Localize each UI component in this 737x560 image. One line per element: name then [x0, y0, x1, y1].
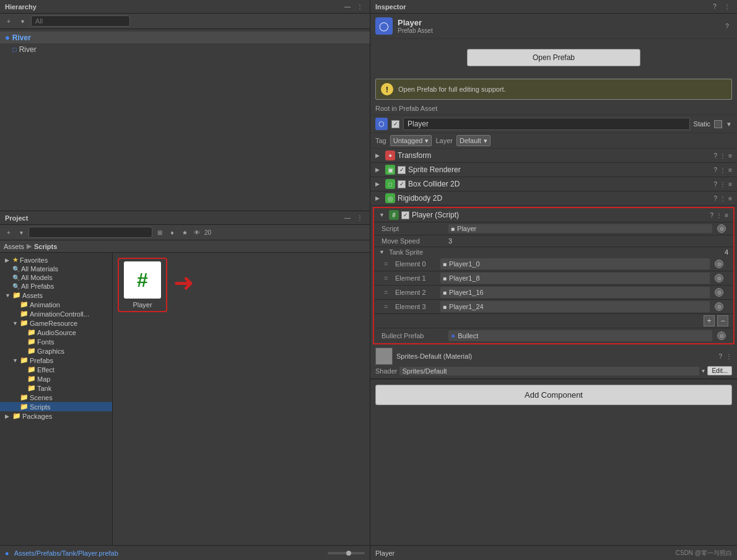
- hierarchy-search-input[interactable]: [31, 15, 130, 27]
- project-dropdown-btn[interactable]: ▾: [16, 227, 26, 237]
- component-transform[interactable]: ▶ ✦ Transform ? ⋮ ≡: [370, 149, 737, 163]
- tree-item-assets[interactable]: ▼ 📁 Assets: [0, 291, 112, 300]
- sprite-settings-btn[interactable]: ⋮: [720, 167, 726, 173]
- static-checkbox[interactable]: [714, 120, 722, 128]
- player-script-help-btn[interactable]: ?: [710, 212, 714, 219]
- project-minimize-btn[interactable]: —: [342, 213, 352, 223]
- script-asset-player[interactable]: # Player: [118, 258, 167, 312]
- shader-dropdown-arrow[interactable]: ▾: [702, 367, 705, 374]
- breadcrumb-assets[interactable]: Assets: [4, 243, 24, 250]
- shader-label: Shader: [375, 367, 397, 375]
- project-view-btn[interactable]: ⊞: [155, 227, 165, 237]
- rigidbody-menu-btn[interactable]: ≡: [728, 195, 732, 202]
- player-script-settings-btn[interactable]: ⋮: [716, 212, 722, 219]
- tree-item-animation[interactable]: 📁 Animation: [0, 300, 112, 309]
- project-search-input[interactable]: [28, 227, 152, 238]
- element-1-btn[interactable]: ⊙: [715, 274, 723, 282]
- element-2-value: ■ Player1_16: [440, 287, 710, 298]
- tag-dropdown[interactable]: Untagged ▾: [390, 135, 432, 146]
- player-active-checkbox[interactable]: ✓: [391, 120, 399, 128]
- tree-item-favorites[interactable]: ▶ ★ Favorites: [0, 255, 112, 265]
- script-field-label: Script: [382, 225, 443, 232]
- hierarchy-add-btn[interactable]: +: [4, 16, 14, 26]
- open-prefab-button[interactable]: Open Prefab: [467, 49, 640, 66]
- component-box-collider[interactable]: ▶ □ ✓ Box Collider 2D ? ⋮ ≡: [370, 177, 737, 191]
- rigidbody-help-btn[interactable]: ?: [714, 195, 718, 202]
- sprite-active-checkbox[interactable]: ✓: [398, 166, 406, 174]
- material-menu-btn[interactable]: ⋮: [726, 353, 732, 360]
- inspector-menu-btn[interactable]: ⋮: [722, 2, 732, 12]
- element-2-row: = Element 2 ■ Player1_16 ⊙: [374, 286, 733, 300]
- player-name-input[interactable]: [403, 118, 690, 130]
- hierarchy-menu-btn[interactable]: ⋮: [355, 2, 365, 12]
- tree-item-gameresource[interactable]: ▼ 📁 GameResource: [0, 318, 112, 328]
- element-3-btn[interactable]: ⊙: [715, 302, 723, 311]
- tree-item-graphics[interactable]: 📁 Graphics: [0, 346, 112, 356]
- box-collider-label: Box Collider 2D: [408, 180, 712, 188]
- element-0-btn[interactable]: ⊙: [715, 260, 723, 268]
- component-rigidbody[interactable]: ▶ ◎ Rigidbody 2D ? ⋮ ≡: [370, 191, 737, 206]
- transform-menu-btn[interactable]: ≡: [728, 152, 732, 159]
- tree-item-effect[interactable]: 📁 Effect: [0, 365, 112, 374]
- sprite-help-btn[interactable]: ?: [714, 167, 718, 173]
- tree-item-map[interactable]: 📁 Map: [0, 374, 112, 383]
- tree-item-animcontrol[interactable]: 📁 AnimationControll...: [0, 309, 112, 318]
- project-title: Project: [5, 214, 28, 222]
- collider-settings-btn[interactable]: ⋮: [720, 181, 726, 188]
- player-script-header[interactable]: ▼ # ✓ Player (Script) ? ⋮ ≡: [374, 208, 733, 222]
- collider-help-btn[interactable]: ?: [714, 181, 718, 188]
- player-bottom-label: Player: [375, 549, 395, 557]
- player-script-icon: #: [389, 210, 399, 220]
- breadcrumb-scripts[interactable]: Scripts: [34, 243, 57, 250]
- hierarchy-item[interactable]: □ River: [0, 45, 370, 55]
- layer-dropdown-arrow: ▾: [484, 137, 487, 145]
- tree-item-fonts[interactable]: 📁 Fonts: [0, 337, 112, 346]
- tag-value: Untagged: [393, 137, 423, 144]
- watermark: CSDN @零一与照白: [676, 549, 732, 558]
- tree-item-all-prefabs[interactable]: 🔍 All Prefabs: [0, 282, 112, 291]
- project-eye-btn[interactable]: 👁: [192, 227, 202, 237]
- inspector-object-help-btn[interactable]: ?: [722, 21, 732, 31]
- element-0-label: Element 0: [395, 260, 435, 268]
- project-add-btn[interactable]: +: [4, 227, 14, 237]
- collider-menu-btn[interactable]: ≡: [728, 181, 732, 188]
- element-2-btn[interactable]: ⊙: [715, 288, 723, 297]
- add-component-button[interactable]: Add Component: [375, 385, 732, 405]
- hierarchy-dropdown-btn[interactable]: ▾: [17, 16, 27, 26]
- player-script-checkbox[interactable]: ✓: [401, 211, 409, 219]
- hierarchy-scene[interactable]: ● River: [0, 32, 370, 43]
- player-script-menu-btn[interactable]: ≡: [725, 212, 728, 219]
- material-help-btn[interactable]: ?: [718, 353, 722, 360]
- tree-item-all-models[interactable]: 🔍 All Models: [0, 273, 112, 282]
- tree-item-scenes[interactable]: 📁 Scenes: [0, 393, 112, 402]
- project-star-btn[interactable]: ★: [180, 227, 190, 237]
- tree-item-tank[interactable]: 📁 Tank: [0, 383, 112, 393]
- tree-item-scripts[interactable]: 📁 Scripts: [0, 402, 112, 411]
- inspector-help-btn[interactable]: ?: [710, 2, 720, 12]
- bullect-btn[interactable]: ⊙: [717, 331, 726, 340]
- transform-settings-btn[interactable]: ⋮: [720, 152, 726, 159]
- layer-dropdown[interactable]: Default ▾: [456, 135, 491, 146]
- tree-item-audiosource[interactable]: 📁 AudioSource: [0, 328, 112, 337]
- collider-expand-icon: ▶: [375, 181, 383, 187]
- inspector-content: ◯ Player Prefab Asset ? Open Prefab ! Op…: [370, 14, 737, 545]
- hierarchy-title: Hierarchy: [5, 3, 37, 11]
- sprite-menu-btn[interactable]: ≡: [728, 167, 732, 173]
- project-bookmark-btn[interactable]: ♦: [167, 227, 177, 237]
- tree-item-all-materials[interactable]: 🔍 All Materials: [0, 265, 112, 273]
- tree-item-prefabs[interactable]: ▼ 📁 Prefabs: [0, 356, 112, 365]
- collider-active-checkbox[interactable]: ✓: [398, 180, 406, 188]
- remove-element-btn[interactable]: −: [717, 315, 728, 326]
- add-element-btn[interactable]: +: [704, 315, 715, 326]
- transform-help-btn[interactable]: ?: [714, 152, 718, 159]
- rigidbody-settings-btn[interactable]: ⋮: [720, 195, 726, 202]
- project-menu-btn[interactable]: ⋮: [355, 213, 365, 223]
- tree-item-packages[interactable]: ▶ 📁 Packages: [0, 411, 112, 421]
- edit-shader-btn[interactable]: Edit...: [707, 366, 732, 375]
- tank-sprite-label: Tank Sprite: [389, 248, 423, 256]
- component-sprite-renderer[interactable]: ▶ ▣ ✓ Sprite Renderer ? ⋮ ≡: [370, 163, 737, 177]
- script-field-btn[interactable]: ⊙: [717, 224, 726, 233]
- static-dropdown-arrow[interactable]: ▼: [726, 121, 732, 128]
- hierarchy-minimize-btn[interactable]: —: [342, 2, 352, 12]
- material-preview: [375, 348, 393, 365]
